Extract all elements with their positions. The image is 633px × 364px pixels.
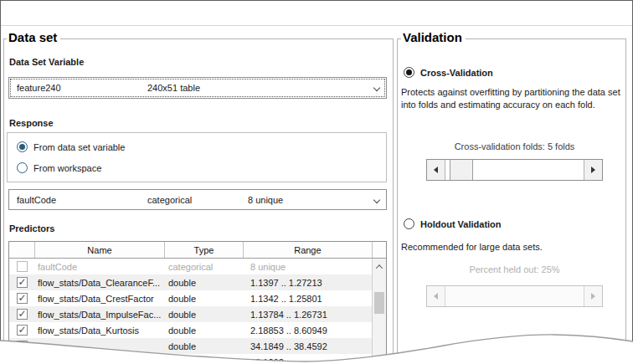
row-type: double [165,278,244,288]
row-checkbox-cell [9,277,34,288]
dataset-group-title: Data set [7,30,60,44]
table-row[interactable]: flow_stats/Data_ImpulseFac...double1.137… [9,306,373,322]
combo-response-name: faultCode [17,195,56,205]
header-checkbox-column[interactable] [9,242,34,258]
predictors-label: Predictors [9,223,54,233]
row-checkbox-cell [9,261,34,272]
radio-label: From workspace [33,163,101,173]
checkbox-checked-icon[interactable] [17,325,28,336]
radio-icon [404,67,414,78]
response-panel [7,132,387,182]
combo-variable-type: 240x51 table [147,83,200,93]
row-range: 2.18853 .. 8.60949 [244,326,373,336]
row-checkbox-cell [9,309,34,320]
slider-right-button [584,286,602,306]
checkbox-checked-icon[interactable] [17,277,28,288]
row-type: double [165,341,244,351]
slider-left-button[interactable] [427,160,445,180]
scrollbar-thumb[interactable] [374,292,384,314]
radio-icon [17,141,28,152]
checkbox-checked-icon[interactable] [17,293,28,304]
table-row[interactable]: flow_stats/Data_Kurtosisdouble2.18853 ..… [9,322,373,338]
slider-thumb[interactable] [450,160,473,180]
percent-held-out-label: Percent held out: 25% [426,264,603,274]
holdout-slider [426,285,603,307]
row-range: 1.1342 .. 1.25801 [244,294,373,304]
predictors-table-header: Name Type Range [9,242,386,259]
chevron-down-icon [373,85,380,91]
radio-label: Holdout Validation [420,219,502,229]
new-session-dialog: New Session ✕ Data set Data Set Variable… [0,0,633,364]
header-type[interactable]: Type [164,242,243,258]
table-row[interactable]: double34.1849 .. 38.4592 [9,338,373,354]
radio-label: From data set variable [33,142,125,152]
row-range: 42.1262 [244,357,373,364]
checkbox-unchecked-icon[interactable] [17,261,28,272]
row-name: faultCode [34,262,165,272]
validation-group-title: Validation [401,30,466,44]
header-range[interactable]: Range [243,242,372,258]
response-variable-combo[interactable]: faultCode categorical 8 unique [8,189,387,210]
arrow-left-icon [434,167,438,173]
row-type: double [165,326,244,336]
holdout-description: Recommended for large data sets. [401,241,625,254]
row-name: flow_stats/Data_CrestFactor [34,294,165,304]
row-range: 34.1849 .. 38.4592 [244,341,373,351]
radio-from-workspace[interactable]: From workspace [17,162,101,173]
radio-from-data-set-variable[interactable]: From data set variable [17,141,125,152]
scroll-up-button[interactable] [373,259,386,274]
radio-holdout-validation[interactable]: Holdout Validation [404,218,502,229]
row-type: double [165,294,244,304]
row-type: categorical [165,262,244,272]
predictors-table-body: faultCodecategorical8 uniqueflow_stats/D… [9,259,373,363]
row-checkbox-cell [9,341,34,351]
row-type: double [165,310,244,320]
chevron-down-icon [373,197,380,203]
row-name: flow_stats/Data_Kurtosis [34,326,165,336]
row-range: 1.13784 .. 1.26731 [244,310,373,320]
chevron-up-icon [376,264,383,271]
combo-variable-name: feature240 [17,83,61,93]
cross-validation-description: Protects against overfitting by partitio… [401,86,625,111]
combo-response-type: categorical [147,195,192,205]
row-range: 8 unique [244,262,373,272]
folds-slider[interactable] [426,159,603,181]
table-row[interactable]: 42.1262 [9,354,373,363]
checkbox-checked-icon[interactable] [17,341,28,351]
table-scrollbar[interactable] [372,259,386,362]
table-row[interactable]: flow_stats/Data_ClearanceF...double1.139… [9,274,373,290]
row-checkbox-cell [9,356,34,363]
response-label: Response [9,118,54,128]
radio-label: Cross-Validation [420,68,493,78]
row-checkbox-cell [9,325,34,336]
predictors-table: Name Type Range faultCodecategorical8 un… [8,241,387,363]
header-scroll-spacer [372,242,386,258]
combo-response-range: 8 unique [248,195,283,205]
radio-icon [17,162,28,173]
row-name: flow_stats/Data_ImpulseFac... [34,310,165,320]
data-set-variable-label: Data Set Variable [9,57,84,67]
row-range: 1.1397 .. 1.27213 [244,278,373,288]
slider-left-button [427,286,445,306]
slider-right-button[interactable] [584,160,602,180]
radio-cross-validation[interactable]: Cross-Validation [404,67,493,78]
title-bar[interactable] [1,1,632,25]
radio-icon [404,218,414,229]
data-set-variable-combo[interactable]: feature240 240x51 table [8,77,387,99]
arrow-right-icon [591,293,595,300]
checkbox-checked-icon[interactable] [17,309,28,320]
folds-value-label: Cross-validation folds: 5 folds [426,141,603,151]
arrow-right-icon [591,167,595,173]
header-name[interactable]: Name [34,242,164,258]
arrow-left-icon [434,293,438,300]
table-row[interactable]: faultCodecategorical8 unique [9,259,373,274]
row-name: flow_stats/Data_ClearanceF... [34,278,165,288]
row-checkbox-cell [9,293,34,304]
titlebar-separator [1,25,632,26]
table-row[interactable]: flow_stats/Data_CrestFactordouble1.1342 … [9,290,373,306]
